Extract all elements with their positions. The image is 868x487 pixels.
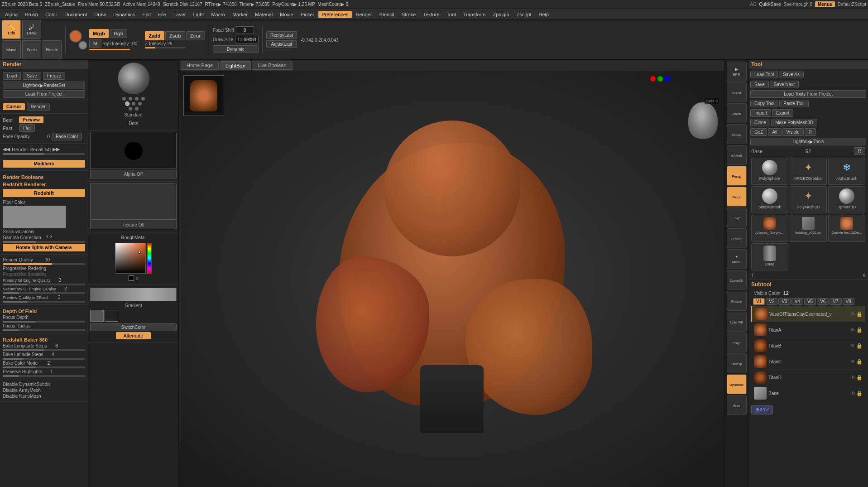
r-base-btn[interactable]: R [854, 147, 865, 155]
brush-sphere3d[interactable]: Sphere3D [828, 186, 865, 213]
hue-bar[interactable] [147, 243, 152, 274]
bake-longitude-slider[interactable] [3, 349, 85, 351]
subtool-row-titanc[interactable]: TitanC 👁 🔒 [751, 354, 865, 370]
z-intensity-slider[interactable] [145, 47, 186, 48]
save-tool-btn[interactable]: Save [750, 81, 769, 88]
brush-base[interactable]: Base [751, 243, 788, 270]
menu-picker[interactable]: Picker [297, 11, 318, 18]
menus-btn[interactable]: Menus [815, 1, 835, 7]
v1-tab[interactable]: V1 [753, 298, 765, 305]
menu-file[interactable]: File [155, 11, 169, 18]
dot-5[interactable] [125, 102, 129, 106]
v8-tab[interactable]: V8 [843, 298, 854, 305]
preserve-highlights-slider[interactable] [3, 375, 85, 377]
load-from-project-btn[interactable]: Load From Project [3, 90, 85, 98]
save-next-btn[interactable]: Save Next [770, 81, 799, 88]
edit-btn[interactable]: ✏️Edit [2, 20, 21, 39]
see-through[interactable]: See-through 0 [784, 2, 812, 7]
load-btn[interactable]: Load [3, 72, 21, 80]
menu-brush[interactable]: Brush [22, 11, 41, 18]
v4-tab[interactable]: V4 [791, 298, 803, 305]
subtool-row-base[interactable]: Base 👁 🔒 [751, 386, 865, 401]
base-eye-icon[interactable]: 👁 [850, 391, 855, 396]
black-swatch[interactable] [129, 275, 134, 281]
rr-left-arrow[interactable]: ◀◀ [3, 146, 10, 152]
brush-polysphere[interactable]: PolySphere [751, 158, 788, 185]
freeze-btn[interactable]: Freeze [43, 72, 65, 80]
tab-lightbox[interactable]: LightBox [220, 61, 251, 70]
render-btn[interactable]: Render [27, 103, 50, 111]
focal-shift-value[interactable]: 0 [236, 26, 254, 34]
titana-eye-icon[interactable]: 👁 [850, 327, 855, 333]
titanb-lock-icon[interactable]: 🔒 [856, 343, 863, 349]
export-btn[interactable]: Export [772, 109, 793, 117]
scale-btn[interactable]: Scale [22, 40, 41, 59]
mrgb-btn[interactable]: Mrgb [89, 29, 109, 38]
all-btn[interactable]: All [768, 128, 781, 136]
rgb-btn[interactable]: Rgb [110, 29, 127, 38]
baker-title[interactable]: Redshift Baker 360 [3, 337, 85, 342]
subtool-row-titana[interactable]: TitanA 👁 🔒 [751, 322, 865, 338]
rotate-lights-btn[interactable]: Rotate lights with Camera [3, 244, 85, 251]
menu-draw[interactable]: Draw [91, 11, 109, 18]
brush-mrgbzgrabber[interactable]: ✦ MRGBZGrabber [790, 158, 827, 185]
lightbox-renderset-btn[interactable]: Lightbox▶RenderSet [3, 82, 85, 89]
side-actual[interactable]: Actual [727, 124, 747, 144]
move-btn[interactable]: Move [2, 40, 21, 59]
side-frame[interactable]: Frame [727, 228, 747, 248]
menu-edit[interactable]: Edit [139, 11, 154, 18]
flat-btn[interactable]: Flat [19, 124, 35, 132]
render-booleans-title[interactable]: Render Booleans [3, 174, 85, 180]
focus-depth-slider[interactable] [3, 321, 85, 323]
menu-help[interactable]: Help [536, 11, 552, 18]
side-aahalf[interactable]: AAHalf [727, 145, 747, 165]
side-lsym[interactable]: L Sym [727, 207, 747, 227]
alpha-off-label[interactable]: Alpha Off [90, 170, 177, 178]
make-polymesh-btn[interactable]: Make PolyMesh3D [771, 119, 817, 126]
rotate-btn[interactable]: Rotate [43, 40, 62, 59]
copy-tool-btn[interactable]: Copy Tool [750, 100, 778, 107]
fade-color-btn[interactable]: Fade Color [52, 133, 82, 140]
side-zoom3d[interactable]: Zoom3D [727, 270, 747, 290]
menu-render[interactable]: Render [353, 11, 375, 18]
zadd-btn[interactable]: Zadd [145, 31, 164, 40]
side-bpr[interactable]: ▶ BPR [727, 62, 747, 82]
menu-color[interactable]: Color [42, 11, 60, 18]
dynamic-btn[interactable]: Dynamic [213, 45, 259, 53]
primary-gi-slider[interactable] [3, 284, 85, 285]
save-as-btn[interactable]: Save As [779, 71, 804, 78]
menu-document[interactable]: Document [61, 11, 90, 18]
dof-title[interactable]: Depth Of Field [3, 309, 85, 314]
floor-color-swatch[interactable] [3, 206, 66, 228]
draw-size-value[interactable]: 11.69084 [235, 36, 259, 43]
side-dynamic[interactable]: Dynamic [727, 374, 747, 394]
menu-dynamics[interactable]: Dynamics [110, 11, 138, 18]
side-polyf[interactable]: Polyf [727, 333, 747, 352]
load-tool-btn[interactable]: Load Tool [750, 71, 778, 78]
titand-lock-icon[interactable]: 🔒 [856, 375, 863, 381]
side-zoom[interactable]: Zoom [727, 103, 747, 123]
menu-light[interactable]: Light [190, 11, 207, 18]
goz-btn[interactable]: GoZ [750, 128, 767, 136]
texture-off-preview[interactable] [90, 183, 177, 220]
focus-radius-slider[interactable] [3, 329, 85, 331]
quicksave-btn[interactable]: QuickSave [759, 2, 781, 7]
menu-marker[interactable]: Marker [229, 11, 251, 18]
texture-off-label[interactable]: Texture Off [90, 221, 177, 229]
menu-preferences[interactable]: Preferences [318, 11, 351, 18]
menu-macro[interactable]: Macro [208, 11, 228, 18]
v6-tab[interactable]: V6 [817, 298, 829, 305]
base-lock-icon[interactable]: 🔒 [856, 391, 863, 396]
tab-home-page[interactable]: Home Page [181, 61, 219, 70]
titanc-lock-icon[interactable]: 🔒 [856, 359, 863, 365]
titana-lock-icon[interactable]: 🔒 [856, 327, 863, 333]
titand-eye-icon[interactable]: 👁 [850, 375, 855, 381]
rgb-intensity-slider[interactable] [89, 49, 130, 50]
gradient-preview[interactable] [90, 288, 177, 301]
import-btn[interactable]: Import [750, 109, 771, 117]
side-line-fill[interactable]: Line Fill [727, 312, 747, 332]
menu-texture[interactable]: Texture [420, 11, 442, 18]
v3-tab[interactable]: V3 [778, 298, 790, 305]
brush-artemis[interactable]: Artemis_Greyho... [751, 215, 788, 242]
paste-tool-btn[interactable]: Paste Tool [779, 100, 809, 107]
